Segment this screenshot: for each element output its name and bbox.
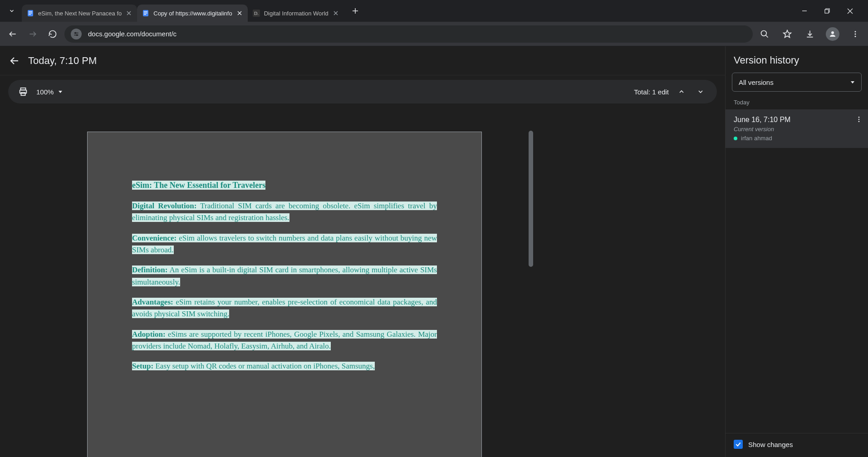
svg-rect-2: [29, 13, 32, 13]
browser-menu-button[interactable]: [847, 26, 863, 42]
browser-toolbar: docs.google.com/document/c: [0, 22, 868, 46]
reload-icon: [48, 29, 57, 39]
section-label: Today: [726, 99, 868, 109]
more-vertical-icon: [851, 30, 859, 38]
window-close-button[interactable]: [843, 5, 856, 17]
next-edit-button[interactable]: [694, 85, 707, 98]
maximize-icon: [824, 8, 830, 14]
arrow-right-icon: [28, 29, 37, 39]
para-label: Convenience:: [132, 234, 177, 242]
para-text: Easy setup with QR codes or manual activ…: [153, 362, 375, 370]
dropdown-label: All versions: [739, 79, 774, 86]
tab-strip: eSim, the Next New Panacea fo Copy of ht…: [22, 0, 798, 22]
downloads-button[interactable]: [802, 26, 818, 42]
paragraph: Adoption: eSims are supported by recent …: [132, 329, 437, 353]
svg-point-36: [855, 35, 856, 37]
tab-close-button[interactable]: [125, 10, 132, 17]
versions-filter-dropdown[interactable]: All versions: [732, 73, 862, 92]
tab-search-button[interactable]: [4, 3, 20, 19]
show-changes-checkbox[interactable]: [734, 440, 743, 449]
para-label: Advantages:: [132, 298, 173, 306]
version-item[interactable]: June 16, 7:10 PM Current version irfan a…: [726, 109, 868, 148]
version-header-bar: Today, 7:10 PM: [0, 46, 725, 75]
close-icon: [333, 11, 338, 15]
print-button[interactable]: [18, 87, 28, 97]
svg-marker-30: [784, 30, 791, 37]
tab-title: Digital Information World: [264, 10, 329, 17]
check-icon: [735, 441, 741, 447]
svg-point-43: [858, 117, 860, 118]
version-subtitle: Current version: [734, 126, 860, 133]
svg-rect-8: [144, 13, 147, 13]
print-icon: [18, 87, 28, 97]
svg-rect-9: [144, 14, 146, 15]
paragraph: Digital Revolution: Traditional SIM card…: [132, 200, 437, 224]
caret-down-icon: [850, 80, 855, 84]
close-icon: [127, 11, 131, 15]
site-info-button[interactable]: [71, 29, 82, 39]
minimize-icon: [802, 8, 807, 14]
bookmark-button[interactable]: [779, 26, 795, 42]
zoom-value: 100%: [36, 88, 54, 96]
nav-reload-button[interactable]: [44, 26, 61, 42]
docs-icon: [142, 9, 150, 17]
app-content: Today, 7:10 PM 100% Total: 1 edit: [0, 46, 868, 457]
title-text: eSim: The New Essential for Travelers: [132, 181, 265, 190]
version-time: June 16, 7:10 PM: [734, 116, 860, 124]
profile-button[interactable]: [824, 26, 841, 42]
tab-1[interactable]: Copy of https://www.digitalinfo: [137, 5, 247, 22]
window-minimize-button[interactable]: [798, 5, 811, 17]
window-maximize-button[interactable]: [821, 5, 834, 17]
tune-icon: [73, 31, 79, 37]
close-icon: [237, 11, 242, 15]
tab-close-button[interactable]: [332, 10, 339, 17]
svg-rect-19: [825, 10, 829, 13]
para-label: Digital Revolution:: [132, 201, 196, 210]
nav-forward-button[interactable]: [25, 26, 41, 42]
toolbar-right: [756, 26, 863, 42]
sub-right: Total: 1 edit: [634, 85, 707, 98]
svg-point-35: [855, 33, 856, 34]
svg-point-34: [855, 31, 856, 32]
plus-icon: [352, 8, 358, 14]
para-label: Definition:: [132, 265, 167, 274]
version-more-button[interactable]: [855, 116, 863, 123]
star-icon: [783, 29, 792, 39]
new-tab-button[interactable]: [348, 4, 362, 18]
download-icon: [805, 29, 814, 39]
user-icon: [829, 30, 837, 38]
user-name: irfan ahmad: [741, 135, 772, 142]
sidebar-footer: Show changes: [726, 433, 868, 457]
tab-2[interactable]: D. Digital Information World: [248, 5, 344, 22]
main-pane: Today, 7:10 PM 100% Total: 1 edit: [0, 46, 725, 457]
svg-text:D.: D.: [254, 11, 259, 16]
version-user: irfan ahmad: [734, 135, 860, 142]
zoom-control-button[interactable]: [756, 26, 773, 42]
prev-edit-button[interactable]: [675, 85, 688, 98]
svg-point-33: [831, 31, 834, 34]
version-history-sidebar: Version history All versions Today June …: [725, 46, 868, 457]
para-text: An eSim is a built-in digital SIM card i…: [132, 265, 437, 286]
tab-0[interactable]: eSim, the Next New Panacea fo: [22, 5, 137, 22]
para-text: eSim retains your number, enables pre-se…: [132, 298, 437, 318]
nav-back-button[interactable]: [5, 26, 21, 42]
svg-point-44: [858, 119, 860, 120]
scrollbar-thumb[interactable]: [529, 131, 533, 267]
svg-marker-42: [851, 81, 854, 84]
para-label: Setup:: [132, 362, 153, 370]
address-bar[interactable]: docs.google.com/document/c: [64, 25, 753, 43]
caret-down-icon: [58, 89, 63, 94]
paragraph: Setup: Easy setup with QR codes or manua…: [132, 360, 437, 372]
browser-titlebar: eSim, the Next New Panacea fo Copy of ht…: [0, 0, 868, 22]
zoom-select[interactable]: 100%: [36, 88, 63, 96]
paragraph: Convenience: eSim allows travelers to sw…: [132, 232, 437, 256]
document-viewport[interactable]: eSim: The New Essential for Travelers Di…: [0, 103, 725, 457]
back-button[interactable]: [9, 55, 20, 66]
arrow-left-icon: [9, 55, 20, 66]
avatar: [826, 27, 839, 41]
para-label: Adoption:: [132, 330, 166, 339]
svg-point-27: [77, 34, 78, 35]
svg-rect-1: [29, 11, 32, 12]
tab-close-button[interactable]: [236, 10, 243, 17]
version-time-title: Today, 7:10 PM: [28, 55, 97, 67]
